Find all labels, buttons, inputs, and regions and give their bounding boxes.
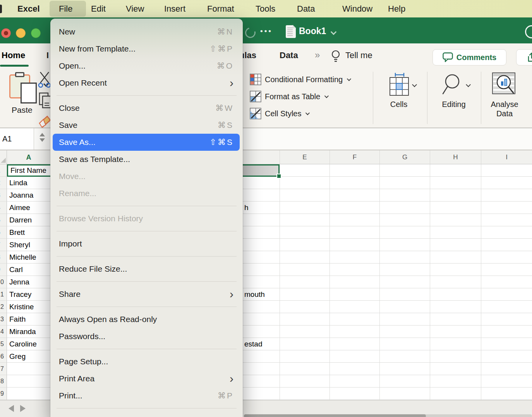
comments-button[interactable]: Comments bbox=[432, 49, 506, 65]
row-number[interactable]: 2 bbox=[0, 301, 7, 313]
analyse-data-button[interactable] bbox=[492, 71, 517, 95]
row-number[interactable]: 9 bbox=[0, 388, 7, 400]
cell[interactable] bbox=[430, 350, 481, 363]
file-menu-item[interactable]: Reduce File Size... bbox=[53, 260, 240, 277]
cell-column-a[interactable]: Greg bbox=[7, 350, 50, 363]
cell[interactable] bbox=[329, 350, 379, 363]
file-menu-item[interactable]: Print Area › bbox=[53, 370, 240, 387]
row-number[interactable]: 4 bbox=[0, 202, 7, 214]
cell-column-a[interactable]: Sheryl bbox=[7, 239, 50, 251]
cell[interactable] bbox=[329, 177, 379, 189]
file-menu-item[interactable]: New from Template... ⇧⌘P bbox=[53, 40, 240, 57]
cell[interactable] bbox=[379, 350, 430, 363]
cell[interactable] bbox=[430, 288, 481, 301]
cell[interactable] bbox=[481, 239, 532, 251]
cell[interactable] bbox=[430, 214, 481, 226]
cell-column-a[interactable]: Miranda bbox=[7, 326, 50, 338]
cell[interactable] bbox=[280, 177, 329, 189]
menubar-item-insert[interactable]: Insert bbox=[164, 0, 185, 17]
cell[interactable] bbox=[280, 264, 329, 276]
row-number[interactable]: 3 bbox=[0, 189, 7, 202]
column-header-e[interactable]: E bbox=[280, 150, 329, 164]
cell-column-a[interactable]: Faith bbox=[7, 313, 50, 326]
tab-overflow-chevron-icon[interactable]: » bbox=[315, 50, 320, 60]
cell-column-a[interactable]: Jenna bbox=[7, 276, 50, 288]
cell-column-a[interactable]: Brett bbox=[7, 226, 50, 239]
row-number[interactable]: 0 bbox=[0, 276, 7, 288]
file-menu-item[interactable]: Print... ⌘P bbox=[53, 387, 240, 404]
next-sheet-icon[interactable] bbox=[20, 405, 26, 412]
cell-column-a[interactable]: Linda bbox=[7, 177, 50, 189]
cell[interactable] bbox=[379, 338, 430, 350]
column-header-g[interactable]: G bbox=[379, 150, 430, 164]
cell[interactable] bbox=[379, 288, 430, 301]
cell[interactable] bbox=[329, 375, 379, 388]
cell[interactable] bbox=[280, 326, 329, 338]
cell-column-a[interactable]: Kristine bbox=[7, 301, 50, 313]
cell[interactable] bbox=[280, 338, 329, 350]
cell[interactable] bbox=[481, 251, 532, 264]
cell-column-a[interactable]: Tracey bbox=[7, 288, 50, 301]
row-number[interactable]: 5 bbox=[0, 338, 7, 350]
menubar-item-format[interactable]: Format bbox=[207, 0, 234, 17]
row-number[interactable]: 8 bbox=[0, 375, 7, 388]
horizontal-scrollbar-thumb[interactable] bbox=[244, 414, 426, 417]
cell[interactable] bbox=[280, 251, 329, 264]
cell[interactable] bbox=[280, 239, 329, 251]
cell-column-d-partial[interactable] bbox=[243, 226, 280, 239]
cell[interactable] bbox=[329, 214, 379, 226]
cell[interactable] bbox=[280, 313, 329, 326]
file-menu-item[interactable]: Passwords... bbox=[53, 328, 240, 345]
document-title[interactable]: Book1 bbox=[299, 26, 326, 36]
column-header-a[interactable]: A bbox=[7, 150, 50, 164]
cell[interactable] bbox=[481, 214, 532, 226]
cell[interactable] bbox=[430, 301, 481, 313]
menubar-item-data[interactable]: Data bbox=[297, 0, 315, 17]
row-number[interactable]: 9 bbox=[0, 264, 7, 276]
file-menu-item[interactable]: Import bbox=[53, 235, 240, 252]
file-menu-item[interactable]: Share › bbox=[53, 286, 240, 303]
cell[interactable] bbox=[481, 164, 532, 177]
cell[interactable] bbox=[430, 164, 481, 177]
editing-chevron-down-icon[interactable] bbox=[466, 82, 471, 87]
cell-column-d-partial[interactable] bbox=[243, 251, 280, 264]
cell[interactable] bbox=[329, 288, 379, 301]
cell[interactable] bbox=[481, 326, 532, 338]
cell[interactable] bbox=[481, 363, 532, 375]
cell[interactable] bbox=[430, 363, 481, 375]
column-header-h[interactable]: H bbox=[430, 150, 481, 164]
tab-home[interactable]: Home bbox=[2, 50, 25, 60]
cell[interactable] bbox=[329, 189, 379, 202]
cell[interactable] bbox=[379, 202, 430, 214]
title-chevron-down-icon[interactable] bbox=[331, 29, 337, 35]
file-menu-item[interactable]: Open Recent › bbox=[53, 74, 240, 91]
cell[interactable] bbox=[430, 202, 481, 214]
cell[interactable] bbox=[379, 226, 430, 239]
file-menu-item[interactable]: Page Setup... bbox=[53, 353, 240, 370]
row-number[interactable]: 8 bbox=[0, 251, 7, 264]
cell[interactable] bbox=[379, 177, 430, 189]
cell[interactable] bbox=[430, 177, 481, 189]
tab-insert-partial[interactable]: I bbox=[46, 50, 49, 60]
menubar-item-help[interactable]: Help bbox=[388, 0, 405, 17]
cell[interactable] bbox=[329, 388, 379, 400]
cell[interactable] bbox=[430, 251, 481, 264]
conditional-formatting-button[interactable]: Conditional Formatting bbox=[250, 74, 350, 85]
row-number[interactable]: 7 bbox=[0, 239, 7, 251]
row-number[interactable]: 6 bbox=[0, 350, 7, 363]
cell[interactable] bbox=[481, 388, 532, 400]
share-button[interactable] bbox=[516, 49, 532, 65]
cell-column-d-partial[interactable] bbox=[243, 375, 280, 388]
cell[interactable] bbox=[430, 338, 481, 350]
menubar-item-view[interactable]: View bbox=[126, 0, 144, 17]
menubar-item-excel[interactable]: Excel bbox=[17, 0, 40, 17]
menubar-item-window[interactable]: Window bbox=[342, 0, 372, 17]
cell[interactable] bbox=[329, 326, 379, 338]
cell[interactable] bbox=[329, 264, 379, 276]
selection-fill-handle[interactable] bbox=[276, 174, 281, 179]
cell-column-a[interactable]: Darren bbox=[7, 214, 50, 226]
cell[interactable] bbox=[280, 189, 329, 202]
row-number[interactable]: 1 bbox=[0, 164, 7, 177]
cell-column-a[interactable]: Carl bbox=[7, 264, 50, 276]
cell[interactable] bbox=[481, 202, 532, 214]
